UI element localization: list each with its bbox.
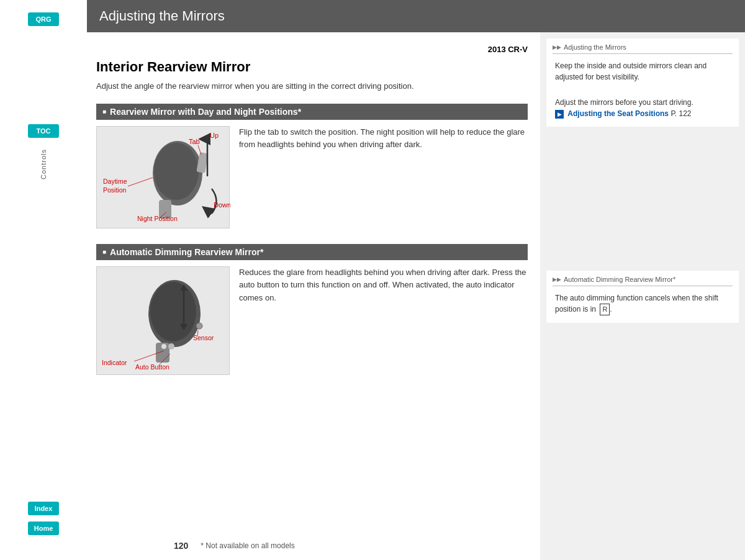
badge-r: R [600, 304, 610, 315]
home-button[interactable]: Home [28, 522, 59, 535]
index-button[interactable]: Index [28, 502, 59, 515]
qrg-button[interactable]: QRG [28, 12, 59, 26]
sidebar-bottom: Index Home [28, 502, 59, 535]
note-text-1a: Keep the inside and outside mirrors clea… [553, 58, 733, 85]
model-year: 2013 CR-V [96, 45, 528, 54]
mirror-section-2: Indicator Auto Button Sensor Reduces the… [96, 266, 528, 375]
svg-point-12 [150, 282, 196, 341]
note-box-1: Adjusting the Mirrors Keep the inside an… [546, 38, 739, 127]
svg-point-14 [161, 344, 166, 349]
content-left: 2013 CR-V Interior Rearview Mirror Adjus… [87, 32, 540, 560]
down-label: Down [214, 201, 230, 209]
tab-label: Tab [189, 138, 200, 145]
svg-line-7 [198, 145, 201, 155]
note-header-2: Automatic Dimming Rearview Mirror* [553, 276, 733, 286]
svg-line-9 [128, 178, 153, 186]
sensor-label: Sensor [193, 334, 214, 341]
right-spacer [546, 134, 739, 271]
subsection2-header: Automatic Dimming Rearview Mirror* [96, 244, 528, 260]
page-footer: 120 * Not available on all models [174, 541, 295, 551]
note-header-1: Adjusting the Mirrors [553, 43, 733, 54]
content-right: Adjusting the Mirrors Keep the inside an… [540, 32, 745, 560]
mirror-image-day-night: Tab Up Daytime Position Down Night P [96, 126, 230, 228]
subsection1-header: Rearview Mirror with Day and Night Posit… [96, 104, 528, 120]
controls-label: Controls [40, 149, 47, 179]
page-number: 120 [174, 541, 188, 551]
svg-point-15 [168, 343, 174, 350]
main-content: Adjusting the Mirrors 2013 CR-V Interior… [87, 0, 745, 560]
indicator-label: Indicator [102, 359, 127, 366]
auto-button-label: Auto Button [135, 363, 169, 371]
seat-positions-link[interactable]: Adjusting the Seat Positions [567, 109, 669, 118]
mirror-svg-auto: Indicator Auto Button Sensor [97, 267, 230, 376]
svg-point-16 [196, 323, 202, 329]
footer-note: * Not available on all models [201, 541, 294, 550]
mirror-section-1: Tab Up Daytime Position Down Night P [96, 126, 528, 228]
night-position-label: Night Position [137, 215, 178, 222]
mirror-description-1: Flip the tab to switch the position. The… [239, 126, 528, 228]
sidebar: QRG TOC Controls Index Home [0, 0, 87, 560]
note-text-2: The auto dimming function cancels when t… [553, 290, 733, 318]
page-header: Adjusting the Mirrors [87, 0, 745, 32]
mirror-image-auto: Indicator Auto Button Sensor [96, 266, 230, 375]
content-wrapper: 2013 CR-V Interior Rearview Mirror Adjus… [87, 32, 745, 560]
section-main-title: Interior Rearview Mirror [96, 59, 528, 75]
link-icon-seat: ▶ [555, 110, 564, 119]
svg-point-1 [154, 143, 199, 200]
note-box-2: Automatic Dimming Rearview Mirror* The a… [546, 271, 739, 323]
mirror-description-2: Reduces the glare from headlights behind… [239, 266, 528, 375]
note-text-2-content: The auto dimming function cancels when t… [555, 294, 718, 314]
svg-text:Position: Position [103, 186, 127, 194]
up-label: Up [210, 132, 219, 139]
toc-button[interactable]: TOC [28, 124, 59, 138]
page-header-title: Adjusting the Mirrors [99, 8, 225, 24]
daytime-position-label: Daytime [103, 178, 127, 185]
sidebar-top: QRG TOC Controls [28, 12, 59, 179]
mirror-svg-day-night: Tab Up Daytime Position Down Night P [97, 127, 230, 229]
link-page: P. 122 [670, 109, 691, 118]
note-text-1b-text: Adjust the mirrors before you start driv… [555, 98, 693, 107]
section-intro: Adjust the angle of the rearview mirror … [96, 80, 444, 93]
note-text-1b: Adjust the mirrors before you start driv… [553, 94, 733, 122]
